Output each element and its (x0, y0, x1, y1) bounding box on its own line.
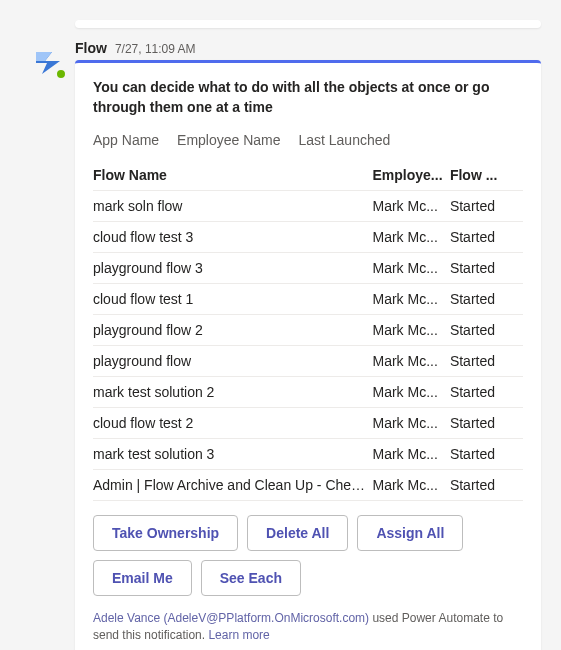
avatar (20, 38, 75, 78)
presence-indicator (55, 68, 67, 80)
card-actions: Take Ownership Delete All Assign All Ema… (93, 515, 523, 596)
cell-name: playground flow (93, 345, 373, 376)
footnote-user-link[interactable]: Adele Vance (AdeleV@PPlatform.OnMicrosof… (93, 611, 369, 625)
sender-name[interactable]: Flow (75, 40, 107, 56)
assign-all-button[interactable]: Assign All (357, 515, 463, 551)
header-flow-name: Flow Name (93, 160, 373, 191)
cell-state: Started (450, 283, 523, 314)
cell-name: cloud flow test 1 (93, 283, 373, 314)
table-row: playground flow 3Mark Mc...Started (93, 252, 523, 283)
table-row: mark soln flowMark Mc...Started (93, 190, 523, 221)
cell-name: cloud flow test 3 (93, 221, 373, 252)
table-row: cloud flow test 3Mark Mc...Started (93, 221, 523, 252)
cell-state: Started (450, 314, 523, 345)
delete-all-button[interactable]: Delete All (247, 515, 348, 551)
cell-name: mark test solution 2 (93, 376, 373, 407)
see-each-button[interactable]: See Each (201, 560, 301, 596)
table-row: mark test solution 3Mark Mc...Started (93, 438, 523, 469)
cell-name: mark soln flow (93, 190, 373, 221)
teams-message-container: Flow 7/27, 11:09 AM You can decide what … (0, 0, 561, 650)
cell-state: Started (450, 469, 523, 500)
table-row: mark test solution 2Mark Mc...Started (93, 376, 523, 407)
header-state: Flow ... (450, 160, 523, 191)
cell-employee: Mark Mc... (373, 345, 450, 376)
cell-employee: Mark Mc... (373, 376, 450, 407)
last-launched-label: Last Launched (298, 132, 390, 148)
cell-state: Started (450, 252, 523, 283)
cell-employee: Mark Mc... (373, 469, 450, 500)
take-ownership-button[interactable]: Take Ownership (93, 515, 238, 551)
cell-employee: Mark Mc... (373, 314, 450, 345)
cell-name: playground flow 3 (93, 252, 373, 283)
message-timestamp: 7/27, 11:09 AM (115, 42, 196, 56)
cell-employee: Mark Mc... (373, 221, 450, 252)
table-row: playground flowMark Mc...Started (93, 345, 523, 376)
table-row: cloud flow test 2Mark Mc...Started (93, 407, 523, 438)
cell-name: cloud flow test 2 (93, 407, 373, 438)
table-row: cloud flow test 1Mark Mc...Started (93, 283, 523, 314)
card-footnote: Adele Vance (AdeleV@PPlatform.OnMicrosof… (93, 610, 523, 645)
message-body: Flow 7/27, 11:09 AM You can decide what … (75, 38, 541, 650)
message-header: Flow 7/27, 11:09 AM (75, 38, 541, 60)
card-title: You can decide what to do with all the o… (93, 77, 523, 118)
previous-card-edge (75, 20, 541, 28)
cell-state: Started (450, 407, 523, 438)
meta-labels: App Name Employee Name Last Launched (93, 132, 523, 148)
cell-name: playground flow 2 (93, 314, 373, 345)
cell-employee: Mark Mc... (373, 438, 450, 469)
employee-name-label: Employee Name (177, 132, 281, 148)
learn-more-link[interactable]: Learn more (208, 628, 269, 642)
message-row: Flow 7/27, 11:09 AM You can decide what … (0, 38, 561, 650)
cell-employee: Mark Mc... (373, 190, 450, 221)
table-row: playground flow 2Mark Mc...Started (93, 314, 523, 345)
cell-name: Admin | Flow Archive and Clean Up - Chec… (93, 469, 373, 500)
cell-employee: Mark Mc... (373, 407, 450, 438)
cell-state: Started (450, 345, 523, 376)
header-employee: Employe... (373, 160, 450, 191)
cell-employee: Mark Mc... (373, 252, 450, 283)
cell-employee: Mark Mc... (373, 283, 450, 314)
cell-state: Started (450, 190, 523, 221)
cell-state: Started (450, 221, 523, 252)
email-me-button[interactable]: Email Me (93, 560, 192, 596)
app-name-label: App Name (93, 132, 159, 148)
cell-state: Started (450, 376, 523, 407)
cell-name: mark test solution 3 (93, 438, 373, 469)
cell-state: Started (450, 438, 523, 469)
table-row: Admin | Flow Archive and Clean Up - Chec… (93, 469, 523, 500)
adaptive-card: You can decide what to do with all the o… (75, 60, 541, 650)
table-header-row: Flow Name Employe... Flow ... (93, 160, 523, 191)
flow-table: Flow Name Employe... Flow ... mark soln … (93, 160, 523, 501)
